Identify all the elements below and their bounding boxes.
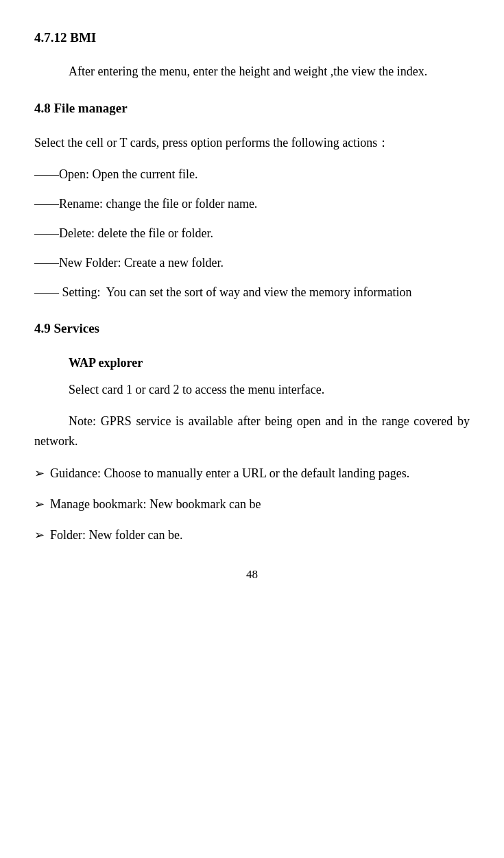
bullet-arrow-guidance: ➢ [34,464,45,484]
dash-item-setting: —— Setting: You can set the sort of way … [34,283,470,302]
section-bmi: 4.7.12 BMI After entering the menu, ente… [34,27,470,82]
dash-item-delete: ——Delete: delete the file or folder. [34,224,470,243]
section-file-manager: 4.8 File manager Select the cell or T ca… [34,98,470,302]
bullet-text-bookmark: Manage bookmark: New bookmark can be [50,494,261,514]
heading-file-manager: 4.8 File manager [34,98,470,119]
heading-services: 4.9 Services [34,318,470,339]
section-services: 4.9 Services WAP explorer Select card 1 … [34,318,470,545]
dash-item-rename: ——Rename: change the file or folder name… [34,194,470,214]
dash-item-new-folder: ——New Folder: Create a new folder. [34,253,470,273]
bullet-arrow-folder: ➢ [34,525,45,545]
bullet-text-folder: Folder: New folder can be. [50,525,182,545]
dash-item-open: ——Open: Open the current file. [34,165,470,184]
bullet-folder: ➢ Folder: New folder can be. [34,525,470,545]
wap-select-card: Select card 1 or card 2 to access the me… [34,380,470,400]
bmi-paragraph: After entering the menu, enter the heigh… [34,62,470,82]
bullet-arrow-bookmark: ➢ [34,494,45,514]
bullet-manage-bookmark: ➢ Manage bookmark: New bookmark can be [34,494,470,514]
wap-note: Note: GPRS service is available after be… [34,412,470,451]
page-number: 48 [34,565,470,584]
heading-bmi: 4.7.12 BMI [34,27,470,48]
subheading-wap-explorer: WAP explorer [69,353,470,373]
file-manager-intro: Select the cell or T cards, press option… [34,133,470,153]
bullet-text-guidance: Guidance: Choose to manually enter a URL… [50,464,409,484]
bullet-guidance: ➢ Guidance: Choose to manually enter a U… [34,464,470,484]
